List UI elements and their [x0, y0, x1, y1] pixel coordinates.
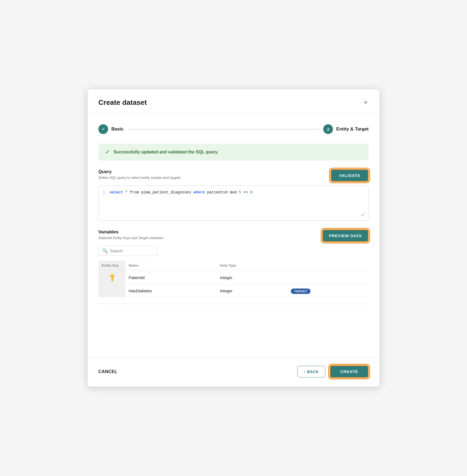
search-icon: 🔍 — [102, 248, 108, 253]
step-line — [128, 129, 319, 129]
divider — [98, 304, 369, 304]
table-head: Entity Key Name Data Type — [98, 261, 369, 270]
step-2: 2 Entity & Target — [323, 124, 369, 134]
variables-title: Variables — [98, 229, 164, 235]
create-button[interactable]: CREATE — [330, 365, 369, 378]
datatype-cell-1: Integer — [217, 270, 288, 285]
modal-footer: CANCEL ‹ BACK CREATE — [88, 357, 379, 387]
variables-section-header: Variables Selected Entity Keys and Targe… — [98, 229, 369, 242]
entity-key-cell-1: 🔑 — [98, 270, 125, 285]
step-1-circle: ✓ — [98, 124, 108, 134]
back-chevron-icon: ‹ — [304, 369, 305, 374]
table-body: 🔑 PatientId Integer HasDiabetes Integer … — [98, 270, 369, 297]
success-message: Successfully updated and validated the S… — [114, 150, 218, 155]
step-1: ✓ Basic — [98, 124, 124, 134]
table-row: HasDiabetes Integer TARGET — [98, 285, 369, 297]
code-op: * — [125, 190, 130, 195]
col-data-type: Data Type — [217, 261, 288, 270]
modal-title: Create dataset — [98, 98, 147, 107]
modal-body: ✓ Basic 2 Entity & Target ✓ Successfully… — [88, 113, 379, 357]
line-number: 1 — [99, 190, 109, 195]
query-title: Query — [98, 169, 181, 175]
table-header-row: Entity Key Name Data Type — [98, 261, 369, 270]
step-1-label: Basic — [111, 126, 124, 132]
code-table: pima_patient_diagnoses — [141, 190, 194, 195]
modal-header: Create dataset × — [88, 89, 379, 113]
stepper: ✓ Basic 2 Entity & Target — [98, 124, 369, 134]
variables-section-info: Variables Selected Entity Keys and Targe… — [98, 229, 164, 240]
code-op2: <> — [243, 190, 250, 195]
success-banner: ✓ Successfully updated and validated the… — [98, 144, 369, 160]
step-2-number: 2 — [327, 127, 329, 132]
code-condition: patientid mod — [207, 190, 239, 195]
code-line-1: 1 select * from pima_patient_diagnoses w… — [99, 190, 364, 195]
code-keyword-select: select — [109, 190, 123, 195]
badge-cell-1 — [288, 270, 369, 285]
validate-button[interactable]: VALIDATE — [331, 169, 369, 182]
cancel-button[interactable]: CANCEL — [98, 369, 118, 374]
back-button[interactable]: ‹ BACK — [297, 366, 325, 377]
datatype-cell-2: Integer — [217, 285, 288, 297]
name-cell-2: HasDiabetes — [125, 285, 217, 297]
code-keyword-from: from — [130, 190, 139, 195]
code-content: select * from pima_patient_diagnoses whe… — [109, 190, 252, 195]
table-row: 🔑 PatientId Integer — [98, 270, 369, 285]
col-badge — [288, 261, 369, 270]
code-keyword-where: where — [194, 190, 205, 195]
back-label: BACK — [307, 369, 319, 374]
col-entity-key: Entity Key — [98, 261, 125, 270]
success-check-icon: ✓ — [105, 149, 110, 156]
query-section-header: Query Define SQL query to select entity … — [98, 169, 369, 182]
create-dataset-modal: Create dataset × ✓ Basic 2 Entity & Targ… — [88, 89, 379, 387]
col-name: Name — [125, 261, 217, 270]
key-icon: 🔑 — [107, 273, 117, 282]
close-button[interactable]: × — [363, 98, 369, 107]
entity-key-cell-2 — [98, 285, 125, 297]
code-editor[interactable]: 1 select * from pima_patient_diagnoses w… — [98, 186, 369, 221]
step-2-label: Entity & Target — [336, 126, 369, 132]
query-description: Define SQL query to select entity sample… — [98, 176, 181, 180]
footer-actions: ‹ BACK CREATE — [297, 365, 369, 378]
code-num2: 0 — [250, 190, 252, 195]
step-1-check: ✓ — [102, 127, 105, 132]
target-badge: TARGET — [291, 289, 311, 294]
variables-description: Selected Entity Keys and Target variable… — [98, 236, 164, 240]
expand-icon[interactable]: ⤢ — [361, 212, 365, 218]
name-cell-1: PatientId — [125, 270, 217, 285]
variables-section: Variables Selected Entity Keys and Targe… — [98, 229, 369, 297]
code-num1: 5 — [239, 190, 241, 195]
step-2-circle: 2 — [323, 124, 333, 134]
variables-table: Entity Key Name Data Type 🔑 PatientId In… — [98, 261, 369, 297]
search-box[interactable]: 🔍 — [98, 246, 158, 256]
preview-data-button[interactable]: PREVIEW DATA — [322, 229, 369, 242]
badge-cell-2: TARGET — [288, 285, 369, 297]
search-input[interactable] — [110, 249, 154, 253]
query-section-info: Query Define SQL query to select entity … — [98, 169, 181, 180]
